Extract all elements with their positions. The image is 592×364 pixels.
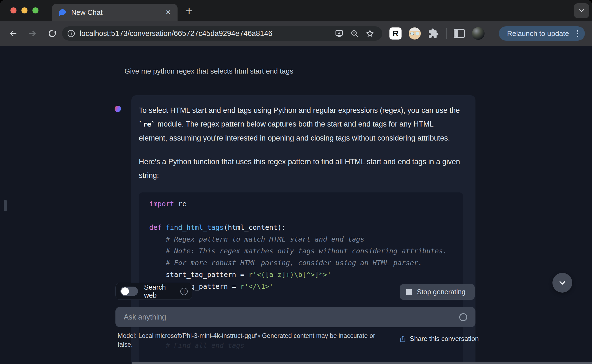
zoom-indicator-icon[interactable] [349, 27, 360, 40]
message-input-container [115, 307, 475, 327]
share-icon [399, 335, 406, 343]
model-label: Model: Local microsoft/Phi-3-mini-4k-ins… [118, 332, 257, 339]
relaunch-to-update-button[interactable]: Relaunch to update [499, 26, 585, 41]
bottom-edge-bar [132, 362, 592, 364]
loading-spinner-icon [459, 313, 467, 321]
site-info-icon[interactable] [67, 29, 75, 38]
url-text[interactable]: localhost:5173/conversation/665727c45da9… [80, 29, 329, 38]
install-app-icon[interactable] [334, 27, 344, 40]
minimize-window-button[interactable] [21, 7, 27, 13]
avatar-emoji-extension-icon[interactable] [409, 27, 421, 40]
toolbar-separator [446, 28, 447, 39]
bookmark-star-icon[interactable] [365, 27, 375, 40]
traffic-lights [10, 7, 38, 13]
stop-generating-label: Stop generating [417, 288, 466, 296]
model-footer: Model: Local microsoft/Phi-3-mini-4k-ins… [118, 332, 390, 349]
search-web-control: Search web i [115, 283, 192, 300]
user-message: Give me python regex that selects html s… [125, 67, 293, 75]
extensions-puzzle-icon[interactable] [428, 28, 439, 39]
stop-generating-button[interactable]: Stop generating [400, 284, 475, 300]
profile-avatar[interactable] [472, 27, 485, 40]
assistant-paragraph-1: To select HTML start and end tags using … [139, 103, 463, 145]
browser-tab[interactable]: New Chat ✕ [52, 4, 178, 21]
back-button[interactable] [7, 27, 19, 40]
emoji-glasses [410, 32, 414, 35]
browser-window: New Chat ✕ + [0, 0, 592, 364]
close-window-button[interactable] [10, 7, 16, 13]
forward-button[interactable] [26, 27, 38, 40]
model-selector-chevron-icon[interactable]: ▾ [258, 332, 260, 340]
tab-strip: New Chat ✕ + [0, 0, 592, 21]
new-tab-button[interactable]: + [181, 3, 197, 19]
share-label: Share this conversation [410, 335, 479, 343]
tab-title: New Chat [71, 8, 165, 17]
sidebar-expand-handle[interactable] [4, 200, 7, 211]
assistant-avatar [115, 106, 121, 112]
share-conversation-link[interactable]: Share this conversation [399, 335, 479, 343]
message-input[interactable] [124, 313, 459, 321]
tab-search-button[interactable] [574, 3, 589, 18]
chat-bubble-favicon [59, 8, 67, 16]
zoom-window-button[interactable] [32, 7, 38, 13]
scroll-to-bottom-button[interactable] [552, 273, 572, 293]
url-bar[interactable]: localhost:5173/conversation/665727c45da9… [62, 26, 382, 41]
extensions-zone: R Relaunch to update [389, 26, 585, 41]
reload-button[interactable] [46, 27, 58, 40]
info-icon[interactable]: i [180, 288, 188, 295]
browser-menu-icon[interactable] [575, 30, 580, 37]
search-web-toggle[interactable] [120, 287, 138, 296]
relaunch-label: Relaunch to update [507, 29, 569, 38]
toggle-knob [121, 287, 129, 295]
browser-toolbar: localhost:5173/conversation/665727c45da9… [0, 21, 592, 46]
chevron-down-icon [578, 7, 585, 15]
chevron-down-icon [558, 278, 567, 287]
search-web-label: Search web [144, 283, 180, 299]
tab-close-icon[interactable]: ✕ [165, 9, 171, 16]
emoji-hair [409, 27, 421, 31]
assistant-paragraph-2: Here's a Python function that uses this … [139, 155, 463, 182]
chat-page: Give me python regex that selects html s… [0, 46, 592, 364]
side-panel-icon[interactable] [454, 29, 465, 38]
stop-icon [406, 289, 412, 295]
inline-code-re: `re` [139, 120, 155, 128]
r-extension-icon[interactable]: R [389, 27, 402, 40]
